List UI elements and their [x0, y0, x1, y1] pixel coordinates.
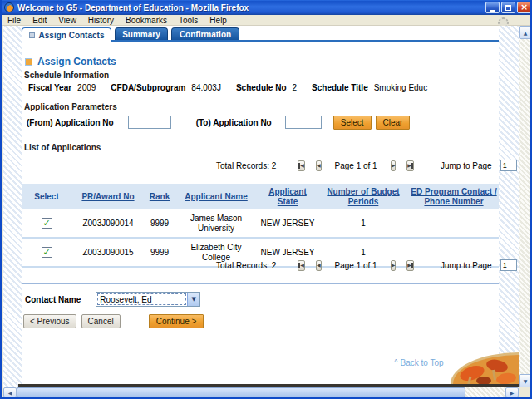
contact-name-selected-value: Roosevelt, Ed	[97, 293, 186, 305]
last-page-icon	[411, 263, 413, 268]
column-header-rank[interactable]: Rank	[145, 184, 175, 209]
first-page-button[interactable]: ◀	[298, 260, 305, 271]
window-title: Welcome to G5 - Department of Education …	[17, 3, 484, 12]
schedule-fields: Fiscal Year 2009 CFDA/Subprogram 84.003J…	[28, 83, 442, 92]
fiscal-year-label: Fiscal Year	[28, 83, 71, 92]
pagination-bottom: Total Records: 2 ◀ ◀ Page 1 of 1 ▶ ▶ Jum…	[22, 255, 499, 275]
scroll-down-icon[interactable]: ▼	[519, 374, 532, 387]
page-indicator: Page 1 of 1	[335, 161, 377, 170]
from-application-input[interactable]	[128, 116, 171, 129]
last-page-button[interactable]: ▶	[406, 160, 414, 171]
menu-edit[interactable]: Edit	[27, 15, 52, 26]
close-button[interactable]: ×	[517, 2, 531, 13]
minimize-icon	[490, 10, 495, 12]
back-to-top-link[interactable]: ^ Back to Top	[394, 358, 444, 367]
tab-assign-contacts[interactable]: Assign Contacts	[22, 27, 111, 42]
column-header-budget-periods[interactable]: Number of Budget Periods	[318, 184, 409, 209]
from-application-label: (From) Application No	[27, 118, 114, 127]
menu-tools[interactable]: Tools	[173, 15, 204, 26]
menu-view[interactable]: View	[52, 15, 82, 26]
cancel-button[interactable]: Cancel	[81, 314, 121, 328]
tab-label: Confirmation	[180, 30, 231, 39]
previous-page-icon: ◀	[317, 163, 321, 168]
horizontal-scrollbar-thumb[interactable]	[17, 387, 466, 397]
scrollbar-corner	[519, 387, 532, 397]
last-page-button[interactable]: ▶	[406, 260, 414, 271]
menu-help[interactable]: Help	[204, 15, 233, 26]
tab-confirmation[interactable]: Confirmation	[171, 27, 239, 40]
schedule-information-title: Schedule Information	[24, 71, 109, 80]
budget-periods-cell: 1	[318, 209, 409, 238]
left-margin-pattern	[3, 26, 22, 387]
tab-label: Summary	[122, 30, 160, 39]
to-application-input[interactable]	[285, 116, 322, 129]
restore-icon	[505, 5, 511, 11]
next-page-icon: ▶	[392, 163, 396, 168]
cfda-value: 84.003J	[191, 83, 221, 92]
scroll-right-icon[interactable]: ▶	[505, 387, 519, 397]
schedule-title-value: Smoking Educ	[374, 83, 427, 92]
clear-button[interactable]: Clear	[376, 116, 411, 130]
contact-name-select[interactable]: Roosevelt, Ed ▼	[96, 292, 200, 307]
rank-cell: 9999	[145, 209, 175, 238]
title-bar: Welcome to G5 - Department of Education …	[2, 0, 532, 15]
column-header-pr-award-no[interactable]: PR/Award No	[71, 184, 145, 209]
next-page-button[interactable]: ▶	[391, 260, 397, 271]
application-parameters-row: (From) Application No (To) Application N…	[27, 115, 410, 130]
vertical-scrollbar[interactable]: ▲ ▼	[519, 26, 532, 387]
jump-to-page-input[interactable]	[500, 259, 517, 271]
horizontal-scrollbar[interactable]: ◀ ▶	[3, 387, 519, 397]
minimize-button[interactable]	[485, 2, 500, 13]
list-of-applications-title: List of Applications	[24, 143, 101, 152]
menu-file[interactable]: File	[2, 15, 27, 26]
select-button[interactable]: Select	[333, 116, 372, 130]
chevron-down-icon[interactable]: ▼	[187, 293, 200, 306]
menu-bookmarks[interactable]: Bookmarks	[120, 15, 173, 26]
pr-award-no-cell: Z003J090014	[71, 209, 145, 238]
last-page-icon	[411, 163, 413, 169]
firefox-icon	[4, 2, 14, 12]
fiscal-year-value: 2009	[77, 83, 96, 92]
pagination-top: Total Records: 2 ◀ ◀ Page 1 of 1 ▶ ▶ Jum…	[22, 155, 499, 175]
jump-to-page-input[interactable]	[500, 160, 517, 171]
menu-bar: File Edit View History Bookmarks Tools H…	[2, 15, 532, 26]
jump-to-page-label: Jump to Page	[441, 261, 492, 270]
contact-name-label: Contact Name	[25, 295, 81, 304]
row-select-checkbox[interactable]: ✓	[42, 218, 52, 229]
schedule-no-value: 2	[293, 83, 298, 92]
decorative-corner-image	[451, 352, 519, 384]
application-parameters-title: Application Parameters	[24, 102, 117, 111]
contact-name-row: Contact Name Roosevelt, Ed ▼	[25, 292, 200, 307]
table-row: ✓ Z003J090014 9999 James Mason Universit…	[22, 209, 499, 238]
restore-button[interactable]	[501, 2, 515, 13]
scroll-up-icon[interactable]: ▲	[519, 26, 532, 39]
previous-page-button[interactable]: ◀	[316, 160, 322, 171]
page-heading: Assign Contacts	[25, 56, 116, 67]
cfda-label: CFDA/Subprogram	[111, 83, 185, 92]
column-header-applicant-name[interactable]: Applicant Name	[175, 184, 258, 209]
table-header-row: Select PR/Award No Rank Applicant Name A…	[22, 184, 499, 209]
right-margin-pattern	[499, 26, 519, 387]
previous-page-button[interactable]: ◀	[316, 260, 322, 271]
applicant-state-cell: NEW JERSEY	[258, 209, 318, 238]
continue-button[interactable]: Continue >	[149, 314, 204, 328]
navigation-buttons: < Previous Cancel Continue >	[22, 314, 204, 328]
tab-strip: Assign Contacts Summary Confirmation	[22, 27, 499, 42]
schedule-no-label: Schedule No	[236, 83, 287, 92]
ed-contact-cell	[409, 209, 499, 238]
page-indicator: Page 1 of 1	[335, 261, 377, 270]
scroll-left-icon[interactable]: ◀	[3, 387, 17, 397]
column-header-ed-contact[interactable]: ED Program Contact / Phone Number	[409, 184, 499, 209]
next-page-button[interactable]: ▶	[391, 160, 397, 171]
tab-summary[interactable]: Summary	[115, 27, 168, 40]
schedule-title-label: Schedule Title	[312, 83, 368, 92]
total-records: Total Records: 2	[216, 261, 276, 270]
previous-button[interactable]: < Previous	[23, 314, 76, 328]
column-header-select: Select	[22, 184, 71, 209]
page-content: Assign Contacts Summary Confirmation Ass…	[3, 26, 519, 387]
column-header-applicant-state[interactable]: Applicant State	[258, 184, 318, 209]
first-page-button[interactable]: ◀	[298, 160, 305, 171]
menu-history[interactable]: History	[82, 15, 120, 26]
section-bullet-icon	[25, 58, 32, 66]
tab-bullet-icon	[29, 32, 35, 38]
